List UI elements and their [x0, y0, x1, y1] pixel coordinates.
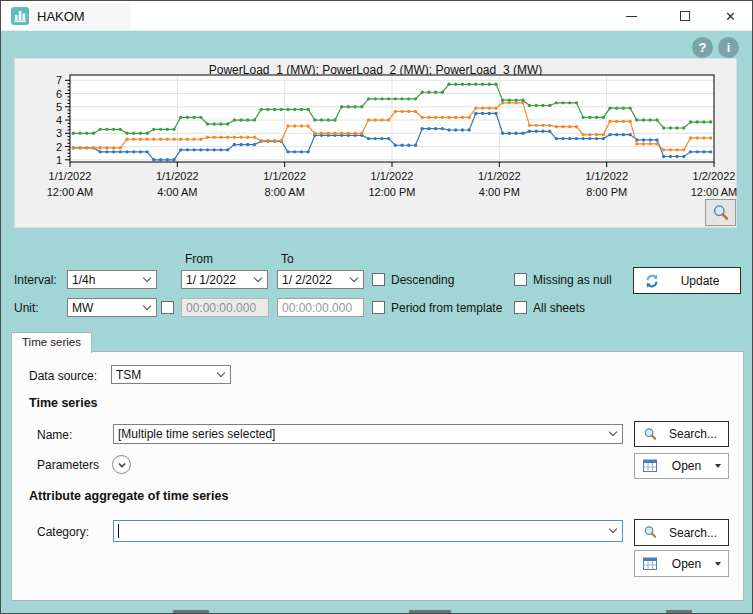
chevron-down-icon [143, 273, 151, 281]
chevron-down-icon [217, 368, 225, 376]
help-icon: ? [699, 41, 707, 54]
svg-text:1/1/2022: 1/1/2022 [49, 170, 92, 182]
tab-time-series[interactable]: Time series [11, 332, 92, 353]
svg-text:12:00 AM: 12:00 AM [47, 186, 93, 198]
svg-text:1/1/2022: 1/1/2022 [263, 170, 306, 182]
svg-text:1/1/2022: 1/1/2022 [156, 170, 199, 182]
svg-text:4:00 PM: 4:00 PM [479, 186, 520, 198]
name-open-button[interactable]: Open [634, 453, 729, 479]
unit-select[interactable]: MW [67, 298, 157, 317]
text-caret [118, 524, 119, 538]
svg-text:12:00 AM: 12:00 AM [691, 186, 737, 198]
bar-chart-icon [11, 7, 29, 25]
clipped-text-fragment [173, 610, 209, 614]
svg-text:2: 2 [56, 141, 62, 153]
maximize-icon [680, 11, 690, 21]
magnifier-icon [643, 525, 658, 540]
unit-label: Unit: [14, 301, 39, 315]
table-grid-icon [643, 459, 658, 473]
time-from-input: 00:00:00.000 [181, 298, 269, 317]
chevron-down-icon [609, 525, 617, 533]
name-label: Name: [37, 428, 72, 442]
time-series-heading: Time series [29, 396, 98, 410]
refresh-arrows-icon [644, 273, 660, 289]
missing-as-null-checkbox[interactable] [514, 273, 527, 286]
category-search-button[interactable]: Search... [634, 519, 729, 546]
window-title: HAKOM [37, 9, 85, 24]
time-series-chart: 12345671/1/202212:00 AM1/1/20224:00 AM1/… [15, 59, 738, 229]
help-button[interactable]: ? [692, 37, 713, 58]
data-source-label: Data source: [29, 369, 97, 383]
category-combobox[interactable] [113, 520, 623, 542]
svg-text:1/1/2022: 1/1/2022 [371, 170, 414, 182]
chevron-down-circle-icon [117, 460, 127, 470]
to-date-picker[interactable]: 1/ 2/2022 [277, 270, 364, 289]
maximize-button[interactable] [662, 1, 707, 31]
table-grid-icon [643, 557, 658, 571]
name-search-button[interactable]: Search... [634, 421, 729, 447]
svg-text:4: 4 [56, 114, 62, 126]
category-open-button[interactable]: Open [634, 550, 729, 577]
parameters-label: Parameters [37, 458, 99, 472]
descending-checkbox[interactable] [372, 273, 385, 286]
parameters-expander-button[interactable] [112, 455, 131, 474]
svg-text:1/2/2022: 1/2/2022 [693, 170, 736, 182]
period-from-template-checkbox[interactable] [372, 301, 385, 314]
time-to-input[interactable]: 00:00:00.000 [277, 298, 364, 317]
clipped-text-fragment [409, 610, 451, 614]
title-bar: HAKOM ✕ [1, 1, 752, 31]
to-label: To [281, 252, 294, 266]
svg-text:1/1/2022: 1/1/2022 [585, 170, 628, 182]
all-sheets-checkbox[interactable] [514, 301, 527, 314]
app-window: HAKOM ✕ ? i PowerLoad_1 (MW); PowerLoad_… [0, 0, 753, 614]
svg-text:5: 5 [56, 101, 62, 113]
info-icon: i [727, 41, 731, 54]
from-date-picker[interactable]: 1/ 1/2022 [181, 270, 268, 289]
name-combobox[interactable]: [Multiple time series selected] [113, 424, 623, 444]
clipped-text-fragment [666, 610, 692, 614]
chevron-down-icon [143, 301, 151, 309]
chevron-down-icon [254, 273, 262, 281]
chart-panel: PowerLoad_1 (MW); PowerLoad_2 (MW); Powe… [14, 58, 737, 228]
update-button[interactable]: Update [633, 267, 741, 294]
chevron-down-icon [609, 428, 617, 436]
data-source-select[interactable]: TSM [111, 365, 231, 384]
dropdown-arrow-icon [715, 562, 721, 566]
time-enable-checkbox[interactable] [161, 301, 174, 314]
svg-text:1: 1 [56, 154, 62, 166]
svg-text:7: 7 [56, 74, 62, 86]
attribute-aggregate-heading: Attribute aggregate of time series [29, 489, 228, 503]
svg-text:3: 3 [56, 127, 62, 139]
svg-text:1/1/2022: 1/1/2022 [478, 170, 521, 182]
minimize-icon [626, 16, 637, 17]
interval-label: Interval: [14, 273, 57, 287]
svg-text:4:00 AM: 4:00 AM [157, 186, 197, 198]
chart-zoom-button[interactable] [705, 199, 736, 226]
dropdown-arrow-icon [715, 464, 721, 468]
missing-as-null-label: Missing as null [533, 273, 612, 287]
minimize-button[interactable] [609, 1, 654, 31]
category-label: Category: [37, 525, 89, 539]
svg-text:8:00 PM: 8:00 PM [586, 186, 627, 198]
interval-select[interactable]: 1/4h [67, 270, 157, 289]
chevron-down-icon [350, 273, 358, 281]
all-sheets-label: All sheets [533, 301, 585, 315]
period-from-template-label: Period from template [391, 301, 502, 315]
from-label: From [185, 252, 213, 266]
magnifier-icon [643, 427, 658, 442]
svg-text:6: 6 [56, 88, 62, 100]
descending-label: Descending [391, 273, 454, 287]
magnifier-icon [712, 204, 730, 222]
info-button[interactable]: i [718, 37, 739, 58]
svg-text:12:00 PM: 12:00 PM [368, 186, 415, 198]
close-button[interactable]: ✕ [708, 1, 753, 31]
close-icon: ✕ [725, 10, 736, 23]
svg-text:8:00 AM: 8:00 AM [264, 186, 304, 198]
